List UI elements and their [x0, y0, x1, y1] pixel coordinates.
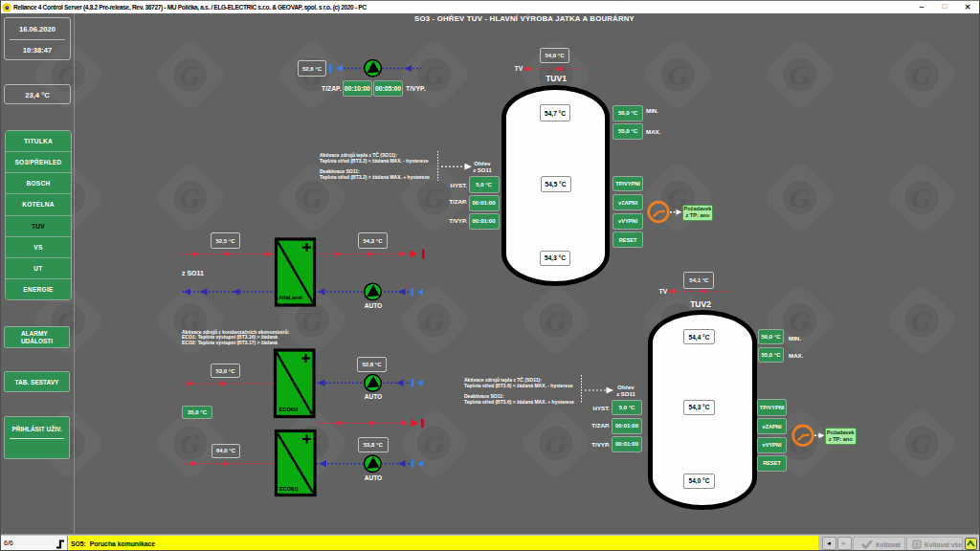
svg-text:!: !: [916, 541, 918, 548]
